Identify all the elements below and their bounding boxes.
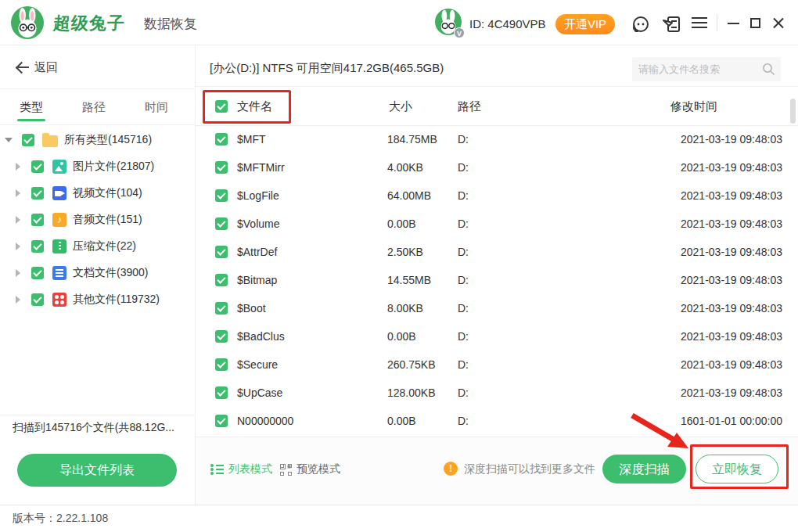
column-header-mtime[interactable]: 修改时间 bbox=[670, 99, 717, 114]
search-icon[interactable] bbox=[762, 63, 775, 76]
tree-item[interactable]: 图片文件(21807) bbox=[0, 153, 196, 180]
table-row[interactable]: $UpCase 128.00KB D: 2021-03-19 09:48:03 bbox=[196, 379, 798, 407]
expander-arrow-icon[interactable] bbox=[14, 296, 22, 304]
tree-checkbox[interactable] bbox=[31, 187, 44, 200]
column-header-filename[interactable]: 文件名 bbox=[237, 99, 272, 114]
back-button[interactable]: 返回 bbox=[0, 45, 196, 89]
audio-file-icon bbox=[52, 213, 66, 227]
expander-arrow-icon[interactable] bbox=[14, 243, 22, 250]
tree-item-label: 文档文件(3900) bbox=[73, 266, 148, 280]
file-path: D: bbox=[458, 189, 469, 202]
user-id-label: ID: 4C490VPB bbox=[469, 17, 546, 31]
tree-item[interactable]: 其他文件(119732) bbox=[0, 286, 196, 313]
open-vip-button[interactable]: 开通VIP bbox=[555, 14, 615, 34]
minimize-button[interactable] bbox=[728, 23, 739, 24]
file-type-tree: 所有类型(145716) 图片文件(21807) 视频文件(104) 音频文件(… bbox=[0, 127, 196, 313]
tree-item[interactable]: 视频文件(104) bbox=[0, 180, 196, 207]
expander-arrow-icon[interactable] bbox=[14, 216, 22, 224]
close-button[interactable] bbox=[771, 16, 785, 30]
version-label: 版本号：2.22.1.108 bbox=[13, 512, 108, 526]
table-row[interactable]: $MFT 184.75MB D: 2021-03-19 09:48:03 bbox=[196, 125, 798, 153]
column-header-size[interactable]: 大小 bbox=[389, 99, 412, 114]
scrollbar-thumb[interactable] bbox=[790, 99, 796, 124]
row-checkbox[interactable] bbox=[215, 133, 228, 146]
customer-service-icon[interactable] bbox=[631, 14, 651, 34]
table-row[interactable]: N00000000 0.00B D: 1601-01-01 00:00:00 bbox=[196, 407, 798, 435]
row-checkbox[interactable] bbox=[215, 217, 228, 230]
tree-item[interactable]: 压缩文件(22) bbox=[0, 233, 196, 260]
export-file-list-button[interactable]: 导出文件列表 bbox=[17, 454, 177, 487]
file-size: 184.75MB bbox=[387, 133, 437, 146]
list-mode-toggle[interactable]: 列表模式 bbox=[210, 462, 272, 476]
expander-arrow-icon[interactable] bbox=[14, 163, 22, 171]
sidebar-tabs: 类型 路径 时间 bbox=[0, 89, 196, 125]
expander-arrow-icon[interactable] bbox=[14, 269, 22, 277]
tree-checkbox[interactable] bbox=[31, 240, 44, 253]
sidebar-tab-2[interactable]: 时间 bbox=[125, 89, 188, 124]
row-checkbox[interactable] bbox=[215, 161, 228, 174]
tab-label: 时间 bbox=[145, 100, 168, 113]
table-row[interactable]: $BadClus 0.00B D: 2021-03-19 09:48:03 bbox=[196, 322, 798, 350]
table-row[interactable]: $LogFile 64.00MB D: 2021-03-19 09:48:03 bbox=[196, 182, 798, 210]
folder-file-icon bbox=[42, 135, 58, 147]
rabbit-logo-icon bbox=[11, 6, 44, 39]
product-title: 数据恢复 bbox=[144, 15, 197, 33]
brand-title: 超级兔子 bbox=[52, 12, 126, 35]
menu-icon[interactable] bbox=[692, 17, 707, 28]
tree-item[interactable]: 音频文件(151) bbox=[0, 207, 196, 233]
row-checkbox[interactable] bbox=[215, 330, 228, 343]
table-row[interactable]: $AttrDef 2.50KB D: 2021-03-19 09:48:03 bbox=[196, 238, 798, 266]
other-file-icon bbox=[52, 293, 66, 307]
tree-checkbox[interactable] bbox=[22, 134, 34, 146]
preview-mode-toggle[interactable]: 预览模式 bbox=[280, 462, 340, 476]
row-checkbox[interactable] bbox=[215, 386, 228, 399]
file-size: 64.00MB bbox=[387, 189, 431, 202]
tree-checkbox[interactable] bbox=[31, 293, 44, 306]
file-mtime: 2021-03-19 09:48:03 bbox=[618, 246, 782, 258]
file-name: $Bitmap bbox=[237, 274, 277, 286]
search-box bbox=[632, 57, 781, 81]
tab-label: 路径 bbox=[82, 100, 106, 113]
sidebar-tab-1[interactable]: 路径 bbox=[63, 89, 125, 124]
recover-now-button[interactable]: 立即恢复 bbox=[696, 455, 778, 483]
file-size: 8.00KB bbox=[387, 302, 423, 315]
row-checkbox[interactable] bbox=[215, 274, 228, 286]
tree-item[interactable]: 文档文件(3900) bbox=[0, 260, 196, 286]
table-row[interactable]: $MFTMirr 4.00KB D: 2021-03-19 09:48:03 bbox=[196, 153, 798, 182]
maximize-button[interactable] bbox=[750, 18, 760, 28]
tree-item[interactable]: 所有类型(145716) bbox=[0, 127, 196, 153]
file-size: 128.00KB bbox=[387, 386, 436, 399]
row-checkbox[interactable] bbox=[215, 246, 228, 258]
row-checkbox[interactable] bbox=[215, 302, 228, 315]
tree-item-label: 图片文件(21807) bbox=[73, 160, 154, 174]
row-checkbox[interactable] bbox=[215, 189, 228, 202]
expander-arrow-icon[interactable] bbox=[14, 189, 22, 197]
sidebar-tab-0[interactable]: 类型 bbox=[0, 89, 63, 124]
table-row[interactable]: $Volume 0.00B D: 2021-03-19 09:48:03 bbox=[196, 210, 798, 238]
tree-checkbox[interactable] bbox=[31, 160, 44, 173]
list-mode-label: 列表模式 bbox=[228, 462, 272, 476]
expander-arrow-icon[interactable] bbox=[5, 136, 13, 144]
column-header-path[interactable]: 路径 bbox=[458, 99, 481, 114]
table-row[interactable]: $Secure 260.75KB D: 2021-03-19 09:48:03 bbox=[196, 350, 798, 379]
tree-checkbox[interactable] bbox=[31, 267, 44, 279]
row-checkbox[interactable] bbox=[215, 415, 228, 427]
drive-info-label: [办公(D:)] NTFS 可用空间417.2GB(465.5GB) bbox=[210, 61, 444, 76]
user-avatar[interactable]: V bbox=[435, 9, 465, 38]
feedback-icon[interactable] bbox=[662, 14, 682, 34]
search-input[interactable] bbox=[632, 57, 756, 81]
file-name: $MFT bbox=[237, 133, 266, 146]
row-checkbox[interactable] bbox=[215, 358, 228, 371]
file-path: D: bbox=[458, 217, 469, 230]
table-row[interactable]: $Bitmap 14.55MB D: 2021-03-19 09:48:03 bbox=[196, 266, 798, 294]
tree-checkbox[interactable] bbox=[31, 214, 44, 226]
table-row[interactable]: $Boot 8.00KB D: 2021-03-19 09:48:03 bbox=[196, 294, 798, 322]
deep-scan-hint: 深度扫描可以找到更多文件 bbox=[464, 462, 595, 476]
scan-summary-label: 扫描到145716个文件(共88.12G... bbox=[13, 421, 189, 435]
select-all-checkbox[interactable] bbox=[215, 100, 228, 113]
file-mtime: 2021-03-19 09:48:03 bbox=[618, 161, 782, 174]
file-mtime: 2021-03-19 09:48:03 bbox=[618, 274, 782, 286]
file-path: D: bbox=[458, 246, 469, 258]
deep-scan-button[interactable]: 深度扫描 bbox=[602, 455, 686, 483]
archive-file-icon bbox=[52, 239, 66, 253]
